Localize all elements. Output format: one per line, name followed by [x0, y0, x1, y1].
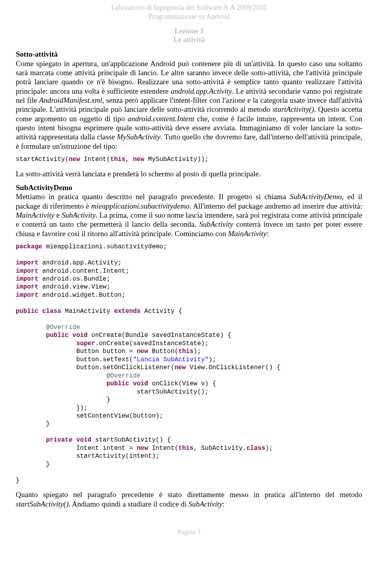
lesson-number: Lezione 3: [174, 27, 204, 35]
code-snippet-2: package mieapplicazioni.subactivitydemo;…: [16, 243, 362, 484]
lesson-header: Lezione 3 Le attività: [16, 27, 362, 44]
section3-paragraph: Quanto spiegato nel paragrafo precedente…: [16, 490, 362, 508]
lesson-title: Le attività: [173, 36, 204, 44]
code-snippet-1: startActivity(new Intent(this, new MySub…: [16, 155, 362, 163]
header-line-1: Laboratorio di Ingegneria del Software A…: [111, 4, 267, 11]
section-title-1: Sotto-attività: [16, 50, 362, 59]
page-header: Laboratorio di Ingegneria del Software A…: [16, 3, 362, 21]
after-code1-paragraph: La sotto-attività verrà lanciata e prend…: [16, 169, 362, 178]
page-footer: Pagina 7: [16, 528, 362, 536]
section2-paragraph: Mettiamo in pratica quanto descritto nel…: [16, 192, 362, 238]
header-line-2: Programmazione su Android: [148, 13, 230, 20]
section-title-2: SubActivityDemo: [16, 183, 362, 192]
section1-paragraph: Come spiegato in apertura, un'applicazio…: [16, 59, 362, 151]
